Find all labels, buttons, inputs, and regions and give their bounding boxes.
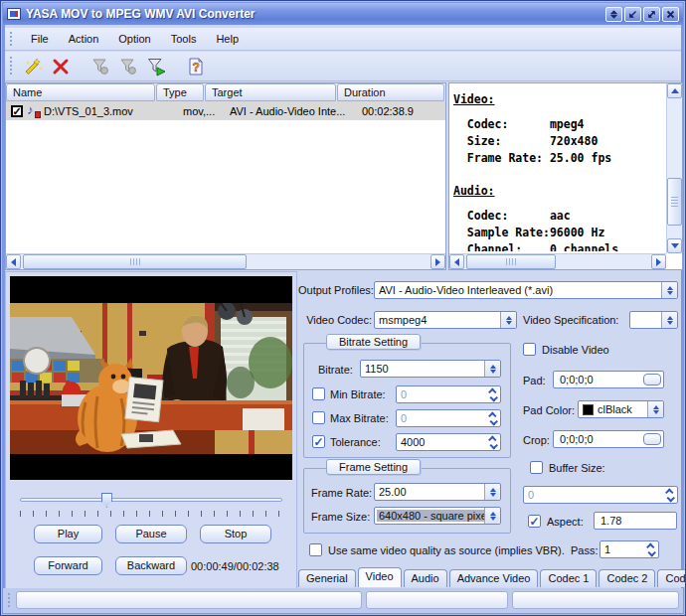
vscroll-thumb[interactable] bbox=[667, 178, 682, 226]
scroll-right-button[interactable] bbox=[651, 254, 666, 269]
video-codec-select[interactable]: msmpeg4 bbox=[374, 311, 517, 329]
scroll-right-button[interactable] bbox=[430, 254, 445, 269]
buffer-size-spinner[interactable]: 0 bbox=[523, 486, 678, 504]
pad-field[interactable]: 0;0;0;0 bbox=[553, 371, 664, 388]
frame-size-value: 640x480 - square pixe bbox=[377, 510, 484, 522]
crop-edit-button[interactable] bbox=[643, 433, 661, 445]
help-button[interactable]: ? bbox=[183, 54, 209, 79]
seek-thumb[interactable] bbox=[101, 493, 112, 508]
spinner-arrows-icon[interactable] bbox=[486, 388, 500, 401]
dropdown-icon[interactable] bbox=[484, 508, 500, 524]
pause-button[interactable]: Pause bbox=[115, 525, 187, 543]
close-button[interactable] bbox=[662, 7, 679, 22]
menu-tools[interactable]: Tools bbox=[162, 30, 206, 48]
aspect-field[interactable]: 1.78 bbox=[594, 512, 677, 530]
max-bitrate-checkbox[interactable] bbox=[312, 411, 325, 424]
hscroll-thumb[interactable] bbox=[466, 254, 556, 269]
dropdown-icon[interactable] bbox=[484, 361, 500, 377]
column-header-name[interactable]: Name bbox=[6, 83, 155, 101]
file-row-checkbox[interactable] bbox=[11, 105, 23, 117]
tab-codec-2[interactable]: Codec 2 bbox=[599, 569, 655, 587]
pass-label: Pass: bbox=[571, 544, 599, 556]
dropdown-icon[interactable] bbox=[661, 282, 677, 298]
output-profiles-select[interactable]: AVI - Audio-Video Interleaved (*.avi) bbox=[374, 281, 678, 299]
column-header-type[interactable]: Type bbox=[156, 83, 204, 101]
video-spec-select[interactable] bbox=[629, 311, 678, 329]
min-bitrate-spinner[interactable]: 0 bbox=[396, 385, 501, 403]
convert-current-icon-disabled bbox=[118, 57, 138, 77]
file-list-hscrollbar[interactable] bbox=[6, 253, 445, 269]
menu-action[interactable]: Action bbox=[60, 30, 108, 48]
spinner-arrows-icon[interactable] bbox=[486, 412, 500, 425]
shade-button[interactable] bbox=[605, 7, 622, 22]
tab-generial[interactable]: Generial bbox=[298, 569, 356, 587]
convert-all-button[interactable] bbox=[143, 54, 169, 79]
info-vscrollbar[interactable] bbox=[666, 83, 682, 253]
seek-slider[interactable] bbox=[20, 493, 282, 507]
tolerance-checkbox[interactable] bbox=[312, 435, 325, 448]
toolbar-gripper[interactable] bbox=[9, 56, 14, 76]
dropdown-icon[interactable] bbox=[661, 312, 677, 328]
restore-button[interactable] bbox=[643, 7, 660, 22]
video-info-heading: Video: bbox=[453, 92, 664, 106]
file-duration: 00:02:38.9 bbox=[358, 105, 445, 117]
tab-video[interactable]: Video bbox=[358, 567, 402, 587]
tab-advance-video[interactable]: Advance Video bbox=[449, 569, 539, 587]
convert-selected-icon-disabled bbox=[90, 57, 110, 77]
tab-audio[interactable]: Audio bbox=[404, 569, 447, 587]
aspect-checkbox[interactable] bbox=[528, 515, 541, 528]
min-bitrate-checkbox[interactable] bbox=[312, 387, 325, 400]
buffer-size-label: Buffer Size: bbox=[549, 462, 605, 474]
crop-field[interactable]: 0;0;0;0 bbox=[553, 430, 664, 448]
disable-video-checkbox[interactable] bbox=[523, 343, 536, 356]
menu-bar: File Action Option Tools Help bbox=[5, 28, 681, 51]
seek-track[interactable] bbox=[20, 498, 282, 502]
minimize-button[interactable] bbox=[624, 7, 641, 22]
pass-spinner[interactable]: 1 bbox=[600, 540, 659, 558]
scroll-left-button[interactable] bbox=[6, 254, 21, 269]
video-preview[interactable] bbox=[10, 276, 292, 480]
aspect-value: 1.78 bbox=[595, 515, 621, 527]
frame-rate-select[interactable]: 25.00 bbox=[374, 483, 501, 501]
menu-gripper[interactable] bbox=[9, 31, 14, 46]
max-bitrate-label: Max Bitrate: bbox=[330, 412, 389, 424]
bitrate-select[interactable]: 1150 bbox=[360, 360, 501, 378]
dropdown-icon[interactable] bbox=[500, 312, 516, 328]
tab-codec-1[interactable]: Codec 1 bbox=[540, 569, 597, 587]
spinner-arrows-icon[interactable] bbox=[644, 543, 658, 556]
info-hscrollbar[interactable] bbox=[449, 253, 666, 269]
max-bitrate-spinner[interactable]: 0 bbox=[396, 409, 501, 427]
frame-rate-value: 25.00 bbox=[375, 486, 484, 498]
dropdown-icon[interactable] bbox=[647, 401, 663, 417]
column-header-target[interactable]: Target bbox=[205, 83, 336, 101]
hscroll-thumb[interactable] bbox=[23, 254, 247, 269]
backward-button[interactable]: Backward bbox=[115, 556, 187, 575]
menu-help[interactable]: Help bbox=[207, 30, 248, 48]
pad-color-select[interactable]: clBlack bbox=[578, 400, 664, 418]
forward-button[interactable]: Forward bbox=[34, 556, 102, 575]
menu-file[interactable]: File bbox=[22, 30, 58, 48]
spinner-arrows-icon[interactable] bbox=[486, 436, 500, 449]
file-row[interactable]: ♪ D:\VTS_01_3.mov mov,... AVI - Audio-Vi… bbox=[6, 101, 445, 120]
play-button[interactable]: Play bbox=[34, 525, 102, 543]
add-wizard-button[interactable] bbox=[20, 54, 46, 79]
frame-size-select[interactable]: 640x480 - square pixe bbox=[374, 507, 501, 525]
dropdown-icon[interactable] bbox=[484, 484, 500, 500]
pad-edit-button[interactable] bbox=[643, 374, 661, 385]
movie-frame-image bbox=[10, 303, 292, 454]
spinner-arrows-icon[interactable] bbox=[663, 489, 677, 502]
stop-button[interactable]: Stop bbox=[200, 525, 271, 543]
column-header-duration[interactable]: Duration bbox=[337, 83, 444, 101]
scroll-left-button[interactable] bbox=[449, 254, 464, 269]
buffer-size-checkbox[interactable] bbox=[530, 461, 543, 474]
vbr-checkbox[interactable] bbox=[309, 543, 322, 556]
title-bar[interactable]: YASA MOV to MPEG WMV AVI Converter bbox=[3, 3, 683, 25]
tab-codec-3[interactable]: Codec 3 bbox=[657, 569, 686, 587]
menu-option[interactable]: Option bbox=[109, 30, 159, 48]
bitrate-group-title: Bitrate Setting bbox=[326, 334, 421, 350]
tolerance-spinner[interactable]: 4000 bbox=[396, 433, 501, 451]
scroll-down-button[interactable] bbox=[667, 238, 682, 253]
scroll-up-button[interactable] bbox=[667, 83, 682, 98]
add-wizard-icon bbox=[23, 57, 43, 77]
remove-button[interactable] bbox=[48, 54, 74, 79]
